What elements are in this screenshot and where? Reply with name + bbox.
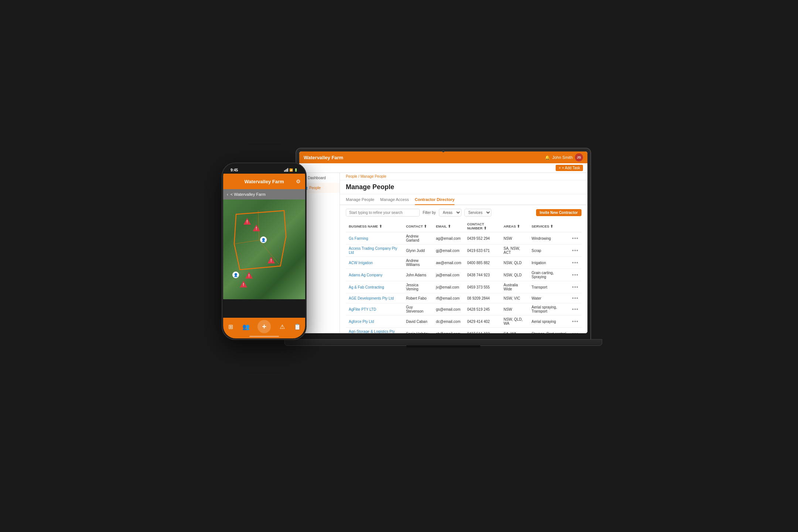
table-row: Ag & Fab Contracting Jessica Veming jv@e… (346, 281, 582, 293)
alert-nav-icon: ⚠ (278, 323, 286, 331)
business-name-link[interactable]: AGE Developments Pty Ltd (349, 296, 394, 300)
cell-more: ••• (569, 328, 582, 334)
cell-services: Transport (529, 281, 569, 293)
tab-manage-access[interactable]: Manage Access (380, 194, 409, 205)
battery-icon: 🔋 (294, 168, 298, 172)
tab-contractor-directory[interactable]: Contractor Directory (415, 194, 455, 205)
cell-phone: 0439 552 294 (464, 232, 501, 245)
business-name-link[interactable]: Adams Ag Company (349, 273, 382, 277)
business-name-link[interactable]: Gs Farming (349, 236, 368, 241)
col-actions (569, 220, 582, 232)
cell-phone: 0429 414 402 (464, 316, 501, 328)
svg-text:!: ! (270, 259, 272, 263)
services-filter[interactable]: Services (464, 209, 491, 216)
row-more-button[interactable]: ••• (572, 306, 579, 312)
user-name-label: John Smith (552, 155, 573, 160)
row-more-button[interactable]: ••• (572, 318, 579, 324)
alert-marker-4: ! (245, 272, 253, 280)
phone-nav-tasks[interactable]: 📋 (293, 323, 301, 331)
cell-more: ••• (569, 257, 582, 269)
table-header-row: BUSINESS NAME ⬆ CONTACT ⬆ EMAIL ⬆ CONTAC… (346, 220, 582, 232)
cell-services: Irrigation (529, 257, 569, 269)
table-row: Gs Farming Andrew Garland ag@email.com 0… (346, 232, 582, 245)
cell-phone: 08 9209 2844 (464, 293, 501, 303)
laptop: Watervalley Farm 🔔 John Smith JS + + Add… (296, 148, 598, 369)
cell-email: gj@email.com (433, 245, 464, 257)
signal-bar-3 (286, 169, 287, 172)
row-more-button[interactable]: ••• (572, 260, 579, 266)
col-business-name: BUSINESS NAME ⬆ (346, 220, 403, 232)
col-email: EMAIL ⬆ (433, 220, 464, 232)
cell-name: Agri-Storage & Logistics Pty Ltd (346, 328, 403, 334)
cell-phone: 0400 885 882 (464, 257, 501, 269)
phone-nav-alerts[interactable]: ⚠ (278, 323, 286, 331)
table-row: ACW Irrigation Andrew Williams aw@email.… (346, 257, 582, 269)
phone-nav-home[interactable]: ⊞ (227, 323, 235, 331)
row-more-button[interactable]: ••• (572, 295, 579, 301)
page-header: Manage People (340, 180, 587, 194)
business-name-link[interactable]: Agri-Storage & Logistics Pty Ltd (349, 330, 395, 333)
alert-marker-2: ! (253, 225, 260, 233)
cell-phone: 0427 511 192 (464, 328, 501, 334)
svg-text:!: ! (248, 274, 249, 278)
phone-home-indicator[interactable] (249, 336, 279, 337)
cell-contact: Jessica Veming (403, 281, 433, 293)
phone-app-title: Watervalley Farm (244, 179, 284, 184)
tab-manage-people[interactable]: Manage People (346, 194, 374, 205)
business-name-link[interactable]: Agforce Pty Ltd (349, 320, 374, 324)
phone-nav-people[interactable]: 👥 (242, 323, 250, 331)
avatar[interactable]: JS (575, 153, 583, 161)
business-name-link[interactable]: Access Trading Company Pty Ltd (349, 246, 397, 255)
row-more-button[interactable]: ••• (572, 272, 579, 278)
breadcrumb-people[interactable]: People (346, 174, 357, 178)
col-services: SERVICES ⬆ (529, 220, 569, 232)
phone-notch (249, 163, 279, 171)
row-more-button[interactable]: ••• (572, 331, 579, 333)
phone-screen: 9:45 📶 🔋 Watervalley Farm (223, 163, 305, 338)
plus-nav-icon: + (260, 323, 268, 331)
cell-more: ••• (569, 269, 582, 281)
sidebar-dashboard-label: Dashboard (308, 176, 326, 180)
business-name-link[interactable]: AgFlite PTY LTD (349, 307, 376, 311)
cell-contact: Robert Fabo (403, 293, 433, 303)
cell-services: Aerial spraying (529, 316, 569, 328)
cell-contact: Andrew Williams (403, 257, 433, 269)
svg-text:!: ! (256, 226, 257, 231)
phone-back-label: < Watervalley Farm (231, 192, 266, 197)
webapp-header: Watervalley Farm 🔔 John Smith JS (299, 151, 587, 163)
gear-icon[interactable]: ⚙ (296, 178, 301, 184)
scene: Watervalley Farm 🔔 John Smith JS + + Add… (200, 133, 598, 399)
svg-text:!: ! (246, 220, 248, 224)
phone-body: 9:45 📶 🔋 Watervalley Farm (222, 163, 307, 340)
person-marker-2: 👤 (232, 272, 239, 278)
areas-filter[interactable]: Areas (439, 209, 461, 216)
phone-sub-header[interactable]: ‹ < Watervalley Farm (223, 189, 305, 200)
cell-services: Grain carting, Spraying (529, 269, 569, 281)
col-contact-number: CONTACT NUMBER ⬆ (464, 220, 501, 232)
plus-icon: + (559, 166, 561, 170)
breadcrumb-manage: Manage People (360, 174, 386, 178)
col-areas: AREAS ⬆ (501, 220, 529, 232)
bell-icon[interactable]: 🔔 (545, 155, 550, 160)
phone-nav-add[interactable]: + (258, 320, 271, 333)
invite-contractor-button[interactable]: Invite New Contractor (536, 209, 582, 216)
phone-signal: 📶 🔋 (284, 168, 298, 172)
cell-email: ja@email.com (433, 269, 464, 281)
phone-map: ! ! ! ! ! (223, 200, 305, 299)
cell-services: Water (529, 293, 569, 303)
cell-name: Adams Ag Company (346, 269, 403, 281)
table-row: Access Trading Company Pty Ltd Glynn Jud… (346, 245, 582, 257)
business-name-link[interactable]: ACW Irrigation (349, 261, 373, 265)
cell-areas: NSW (501, 303, 529, 316)
row-more-button[interactable]: ••• (572, 235, 579, 241)
row-more-button[interactable]: ••• (572, 284, 579, 290)
table-row: AgFlite PTY LTD Guy Stevenson gs@email.c… (346, 303, 582, 316)
row-more-button[interactable]: ••• (572, 248, 579, 253)
map-background: ! ! ! ! ! (223, 200, 305, 299)
search-input[interactable] (346, 209, 420, 216)
tabs-bar: Manage People Manage Access Contractor D… (340, 194, 587, 205)
business-name-link[interactable]: Ag & Fab Contracting (349, 285, 384, 289)
cell-name: AgFlite PTY LTD (346, 303, 403, 316)
add-task-button[interactable]: + + Add Task (556, 165, 583, 171)
cell-name: Agforce Pty Ltd (346, 316, 403, 328)
